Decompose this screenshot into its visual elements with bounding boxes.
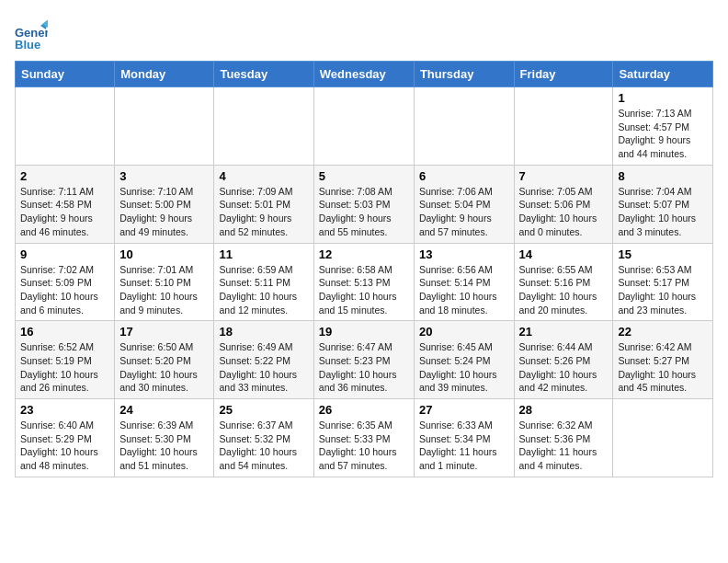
day-number: 4	[219, 169, 308, 183]
calendar-week-4: 16Sunrise: 6:52 AM Sunset: 5:19 PM Dayli…	[16, 321, 713, 399]
weekday-header-saturday: Saturday	[613, 62, 713, 87]
calendar-cell: 19Sunrise: 6:47 AM Sunset: 5:23 PM Dayli…	[313, 321, 414, 399]
day-number: 22	[618, 325, 708, 339]
day-number: 10	[119, 247, 209, 261]
day-number: 15	[618, 247, 708, 261]
calendar-cell: 16Sunrise: 6:52 AM Sunset: 5:19 PM Dayli…	[16, 321, 115, 399]
weekday-header-sunday: Sunday	[16, 62, 115, 87]
day-number: 18	[219, 325, 308, 339]
calendar-week-2: 2Sunrise: 7:11 AM Sunset: 4:58 PM Daylig…	[16, 165, 713, 243]
day-number: 12	[319, 247, 409, 261]
calendar-cell: 4Sunrise: 7:09 AM Sunset: 5:01 PM Daylig…	[214, 165, 313, 243]
calendar-cell: 15Sunrise: 6:53 AM Sunset: 5:17 PM Dayli…	[613, 243, 713, 321]
day-number: 6	[419, 169, 509, 183]
weekday-header-thursday: Thursday	[414, 62, 514, 87]
calendar-cell	[16, 87, 115, 166]
weekday-header-monday: Monday	[115, 62, 214, 87]
weekday-header-row: SundayMondayTuesdayWednesdayThursdayFrid…	[16, 62, 713, 87]
calendar-week-1: 1Sunrise: 7:13 AM Sunset: 4:57 PM Daylig…	[16, 87, 713, 166]
weekday-header-tuesday: Tuesday	[214, 62, 313, 87]
calendar-cell: 13Sunrise: 6:56 AM Sunset: 5:14 PM Dayli…	[414, 243, 514, 321]
weekday-header-wednesday: Wednesday	[313, 62, 414, 87]
day-number: 8	[618, 169, 708, 183]
day-info: Sunrise: 6:47 AM Sunset: 5:23 PM Dayligh…	[319, 340, 409, 395]
calendar-cell	[414, 87, 514, 166]
day-number: 11	[219, 247, 308, 261]
day-number: 16	[20, 325, 109, 339]
calendar-cell: 21Sunrise: 6:44 AM Sunset: 5:26 PM Dayli…	[514, 321, 613, 399]
day-info: Sunrise: 7:02 AM Sunset: 5:09 PM Dayligh…	[20, 263, 109, 317]
calendar-cell: 6Sunrise: 7:06 AM Sunset: 5:04 PM Daylig…	[414, 165, 514, 243]
day-number: 7	[519, 169, 609, 183]
day-info: Sunrise: 6:39 AM Sunset: 5:30 PM Dayligh…	[119, 419, 209, 473]
calendar-cell	[613, 399, 713, 477]
calendar-cell: 22Sunrise: 6:42 AM Sunset: 5:27 PM Dayli…	[613, 321, 713, 399]
day-number: 1	[618, 91, 708, 105]
day-info: Sunrise: 6:32 AM Sunset: 5:36 PM Dayligh…	[519, 419, 609, 473]
day-number: 25	[219, 403, 308, 417]
calendar-cell: 11Sunrise: 6:59 AM Sunset: 5:11 PM Dayli…	[214, 243, 313, 321]
calendar-table: SundayMondayTuesdayWednesdayThursdayFrid…	[15, 61, 713, 477]
calendar-cell: 9Sunrise: 7:02 AM Sunset: 5:09 PM Daylig…	[16, 243, 115, 321]
calendar-cell: 27Sunrise: 6:33 AM Sunset: 5:34 PM Dayli…	[414, 399, 514, 477]
day-info: Sunrise: 7:08 AM Sunset: 5:03 PM Dayligh…	[319, 185, 409, 239]
day-number: 24	[119, 403, 209, 417]
day-number: 27	[419, 403, 509, 417]
svg-text:Blue: Blue	[15, 38, 40, 52]
day-info: Sunrise: 6:45 AM Sunset: 5:24 PM Dayligh…	[419, 340, 509, 395]
calendar-cell	[214, 87, 313, 166]
day-number: 21	[519, 325, 609, 339]
day-number: 9	[20, 247, 109, 261]
calendar-cell: 12Sunrise: 6:58 AM Sunset: 5:13 PM Dayli…	[313, 243, 414, 321]
weekday-header-friday: Friday	[514, 62, 613, 87]
day-info: Sunrise: 6:44 AM Sunset: 5:26 PM Dayligh…	[519, 340, 609, 395]
calendar-cell: 18Sunrise: 6:49 AM Sunset: 5:22 PM Dayli…	[214, 321, 313, 399]
calendar-cell: 5Sunrise: 7:08 AM Sunset: 5:03 PM Daylig…	[313, 165, 414, 243]
day-info: Sunrise: 6:40 AM Sunset: 5:29 PM Dayligh…	[20, 419, 109, 473]
day-info: Sunrise: 6:56 AM Sunset: 5:14 PM Dayligh…	[419, 263, 509, 317]
day-info: Sunrise: 6:50 AM Sunset: 5:20 PM Dayligh…	[119, 340, 209, 395]
calendar-cell: 17Sunrise: 6:50 AM Sunset: 5:20 PM Dayli…	[115, 321, 214, 399]
calendar-cell: 14Sunrise: 6:55 AM Sunset: 5:16 PM Dayli…	[514, 243, 613, 321]
day-number: 20	[419, 325, 509, 339]
day-number: 13	[419, 247, 509, 261]
day-number: 14	[519, 247, 609, 261]
calendar-cell: 10Sunrise: 7:01 AM Sunset: 5:10 PM Dayli…	[115, 243, 214, 321]
calendar-cell: 20Sunrise: 6:45 AM Sunset: 5:24 PM Dayli…	[414, 321, 514, 399]
calendar-cell: 24Sunrise: 6:39 AM Sunset: 5:30 PM Dayli…	[115, 399, 214, 477]
calendar-cell: 25Sunrise: 6:37 AM Sunset: 5:32 PM Dayli…	[214, 399, 313, 477]
calendar-body: 1Sunrise: 7:13 AM Sunset: 4:57 PM Daylig…	[16, 87, 713, 477]
calendar-week-3: 9Sunrise: 7:02 AM Sunset: 5:09 PM Daylig…	[16, 243, 713, 321]
logo-icon: General Blue	[15, 18, 48, 52]
page-header: General Blue	[15, 15, 713, 52]
day-info: Sunrise: 7:10 AM Sunset: 5:00 PM Dayligh…	[119, 185, 209, 239]
calendar-cell: 1Sunrise: 7:13 AM Sunset: 4:57 PM Daylig…	[613, 87, 713, 166]
day-number: 17	[119, 325, 209, 339]
day-info: Sunrise: 6:49 AM Sunset: 5:22 PM Dayligh…	[219, 340, 308, 395]
day-number: 23	[20, 403, 109, 417]
day-number: 5	[319, 169, 409, 183]
calendar-cell: 7Sunrise: 7:05 AM Sunset: 5:06 PM Daylig…	[514, 165, 613, 243]
calendar-week-5: 23Sunrise: 6:40 AM Sunset: 5:29 PM Dayli…	[16, 399, 713, 477]
calendar-cell: 3Sunrise: 7:10 AM Sunset: 5:00 PM Daylig…	[115, 165, 214, 243]
day-number: 3	[119, 169, 209, 183]
day-info: Sunrise: 6:59 AM Sunset: 5:11 PM Dayligh…	[219, 263, 308, 317]
day-info: Sunrise: 7:01 AM Sunset: 5:10 PM Dayligh…	[119, 263, 209, 317]
day-info: Sunrise: 6:35 AM Sunset: 5:33 PM Dayligh…	[319, 419, 409, 473]
calendar-cell	[313, 87, 414, 166]
calendar-cell	[514, 87, 613, 166]
day-info: Sunrise: 6:52 AM Sunset: 5:19 PM Dayligh…	[20, 340, 109, 395]
day-number: 2	[20, 169, 109, 183]
day-number: 26	[319, 403, 409, 417]
day-info: Sunrise: 7:09 AM Sunset: 5:01 PM Dayligh…	[219, 185, 308, 239]
day-info: Sunrise: 6:37 AM Sunset: 5:32 PM Dayligh…	[219, 419, 308, 473]
day-info: Sunrise: 6:58 AM Sunset: 5:13 PM Dayligh…	[319, 263, 409, 317]
day-info: Sunrise: 7:05 AM Sunset: 5:06 PM Dayligh…	[519, 185, 609, 239]
day-info: Sunrise: 7:04 AM Sunset: 5:07 PM Dayligh…	[618, 185, 708, 239]
calendar-cell: 23Sunrise: 6:40 AM Sunset: 5:29 PM Dayli…	[16, 399, 115, 477]
calendar-cell: 8Sunrise: 7:04 AM Sunset: 5:07 PM Daylig…	[613, 165, 713, 243]
day-info: Sunrise: 6:55 AM Sunset: 5:16 PM Dayligh…	[519, 263, 609, 317]
day-info: Sunrise: 6:53 AM Sunset: 5:17 PM Dayligh…	[618, 263, 708, 317]
calendar-cell	[115, 87, 214, 166]
calendar-cell: 26Sunrise: 6:35 AM Sunset: 5:33 PM Dayli…	[313, 399, 414, 477]
